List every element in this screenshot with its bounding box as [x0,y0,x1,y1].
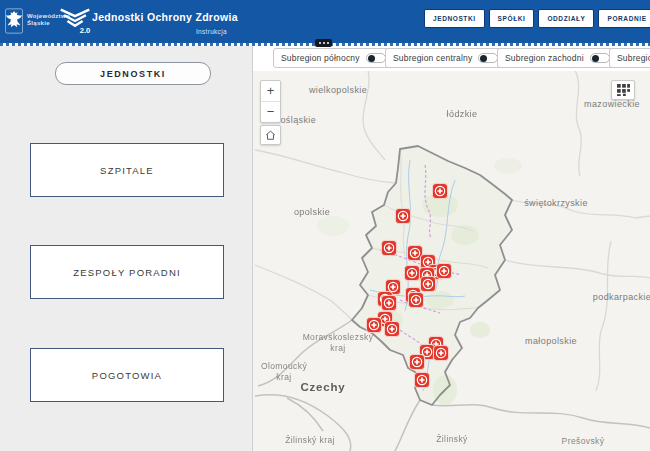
header-nav: JEDNOSTKISPÓŁKIODDZIAŁYPORADNIE [424,9,650,28]
subregion-toggle-label: Subregion północny [281,53,360,63]
filters-bar: Subregion północnySubregion centralnySub… [253,46,650,71]
map-label-świętokrzyskie: świętokrzyskie [524,198,588,209]
medical-cross-icon [420,276,437,293]
medical-cross-icon [433,345,450,362]
health-unit-marker[interactable] [420,276,437,293]
zoom-out-button[interactable]: − [261,102,280,122]
toggle-switch[interactable] [478,53,498,63]
medical-cross-icon [384,321,401,338]
header-nav-spółki[interactable]: SPÓŁKI [489,9,535,28]
basemap-grid-icon [617,84,630,96]
header-nav-oddziały[interactable]: ODDZIAŁY [538,9,594,28]
dot-icon [327,42,329,44]
sidebar-button-zespoły-poradni[interactable]: ZESPOŁY PORADNI [30,245,224,299]
medical-cross-icon [395,208,412,225]
dot-icon [319,42,321,44]
map-label-czechy: Czechy [300,382,345,393]
subregion-toggle-subregion-północny[interactable]: Subregion północny [273,48,394,68]
medical-cross-icon [432,183,449,200]
subregion-toggle-subregion-zachodni[interactable]: Subregion zachodni [497,48,618,68]
health-unit-marker[interactable] [432,183,449,200]
health-unit-marker[interactable] [408,292,425,309]
health-unit-marker[interactable] [414,372,431,389]
subregion-toggle-label: Subregion zachodni [505,53,584,63]
health-unit-marker[interactable] [395,208,412,225]
map-label-žilinský-kraj: Žilinský kraj [285,435,335,446]
toggle-knob [592,55,599,62]
map-zoom-controls: + − [260,80,281,123]
instruction-link[interactable]: Instrukcja [196,28,227,35]
medical-cross-icon [436,263,453,280]
medical-cross-icon [414,372,431,389]
medical-cross-icon [381,240,398,257]
voivodeship-eagle-logo [5,7,23,35]
health-unit-marker[interactable] [366,317,383,334]
medical-cross-icon [409,354,426,371]
health-unit-marker[interactable] [433,345,450,362]
more-filters-expander[interactable] [315,39,332,47]
map-label-moravskoslezský-kraj: Moravskoslezskýkraj [303,332,374,354]
header-nav-poradnie[interactable]: PORADNIE [598,9,650,28]
map-label-podkarpackie: podkarpackie [593,292,650,303]
logo-version-text: 2.0 [80,26,91,35]
sidebar-group-jednostki[interactable]: JEDNOSTKI [55,62,211,85]
map-label-žilinský: Žilinský [436,434,468,445]
health-unit-marker[interactable] [384,321,401,338]
map-label-opolskie: opolskie [294,207,330,218]
app-window: Województwo Śląskie 2.0 Jednostki Ochron… [0,0,650,451]
map-canvas[interactable]: + − wielkopolskiedolnośląskiełódzkiemazo… [253,46,650,451]
medical-cross-icon [366,317,383,334]
medical-cross-icon [408,292,425,309]
health-unit-marker[interactable] [381,295,398,312]
sidebar: JEDNOSTKI SZPITALEZESPOŁY PORADNIPOGOTOW… [0,46,253,451]
subregion-toggle-subregion[interactable]: Subregion [609,48,650,68]
toggle-knob [480,55,487,62]
sidebar-button-pogotowia[interactable]: POGOTOWIA [30,348,224,402]
dot-icon [323,42,325,44]
home-button[interactable] [260,125,281,145]
toggle-knob [368,55,375,62]
health-unit-marker[interactable] [381,240,398,257]
medical-cross-icon [381,295,398,312]
map-label-prešovský: Prešovský [562,436,605,447]
shield-2-0-logo: 2.0 [56,5,94,36]
map-label-wielkopolskie: wielkopolskie [309,85,367,96]
header-bar: Województwo Śląskie 2.0 Jednostki Ochron… [0,0,650,43]
map-label-łódzkie: łódzkie [447,109,478,120]
subregion-toggle-label: Subregion [617,53,650,63]
sidebar-button-szpitale[interactable]: SZPITALE [30,143,224,197]
basemap-button[interactable] [611,80,635,100]
zoom-in-button[interactable]: + [261,81,280,101]
toggle-switch[interactable] [366,53,386,63]
health-unit-marker[interactable] [436,263,453,280]
app-title: Jednostki Ochrony Zdrowia [92,11,238,23]
toggle-switch[interactable] [590,53,610,63]
health-unit-marker[interactable] [409,354,426,371]
map-label-mazowieckie: mazowieckie [584,99,640,110]
header-nav-jednostki[interactable]: JEDNOSTKI [424,9,485,28]
subregion-toggle-subregion-centralny[interactable]: Subregion centralny [385,48,506,68]
map-label-małopolskie: małopolskie [525,336,577,347]
subregion-toggle-label: Subregion centralny [393,53,472,63]
home-icon [264,129,277,142]
